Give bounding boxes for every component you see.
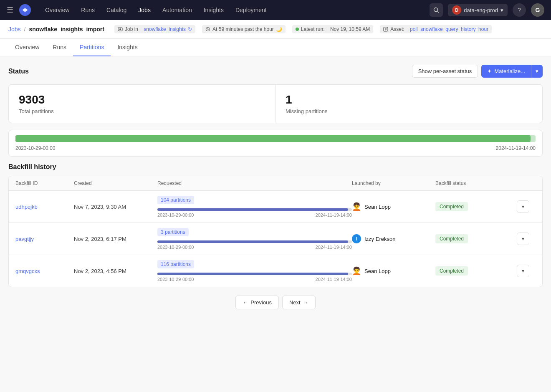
actions-cell-1: ▾ bbox=[511, 233, 536, 245]
missing-partitions-value: 1 bbox=[286, 93, 532, 106]
expand-button-0[interactable]: ▾ bbox=[517, 200, 529, 213]
workspace-avatar: D bbox=[452, 5, 461, 15]
main-content: Status Show per-asset status ✦ Materiali… bbox=[0, 56, 551, 318]
materialize-button[interactable]: ✦ Materialize... bbox=[481, 65, 531, 78]
materialize-caret-button[interactable]: ▾ bbox=[531, 65, 543, 78]
right-arrow-icon: → bbox=[303, 299, 308, 306]
workspace-selector[interactable]: D data-eng-prod ▾ bbox=[448, 4, 508, 16]
progress-section: 2023-10-29-00:00 2024-11-19-14:00 bbox=[8, 130, 543, 157]
user-name-0: Sean Lopp bbox=[364, 204, 391, 210]
actions-cell-0: ▾ bbox=[511, 200, 536, 213]
asset-link[interactable]: poll_snowflake_query_history_hour bbox=[410, 26, 488, 32]
menu-icon[interactable]: ☰ bbox=[7, 5, 13, 15]
top-nav: ☰ Overview Runs Catalog Jobs Automation … bbox=[0, 0, 551, 20]
mini-dates-1: 2023-10-29-00:00 2024-11-19-14:00 bbox=[157, 245, 352, 250]
latest-run-badge: Latest run: Nov 19, 10:59 AM bbox=[292, 25, 373, 33]
table-row: gmqvgcxs Nov 2, 2023, 4:56 PM 116 partit… bbox=[9, 255, 542, 287]
mini-end-1: 2024-11-19-14:00 bbox=[316, 245, 352, 250]
latest-run-value: Nov 19, 10:59 AM bbox=[330, 26, 370, 32]
schedule-badge: At 59 minutes past the hour 🌙 bbox=[202, 25, 286, 33]
status-cell-0: Completed bbox=[435, 202, 511, 211]
breadcrumb-bar: Jobs / snowflake_insights_import Job in … bbox=[0, 20, 551, 39]
user-cell-1: I Izzy Erekson bbox=[352, 234, 435, 243]
nav-insights[interactable]: Insights bbox=[199, 4, 229, 16]
expand-button-1[interactable]: ▾ bbox=[517, 233, 529, 245]
total-partitions-label: Total partitions bbox=[19, 108, 265, 114]
nav-jobs[interactable]: Jobs bbox=[133, 4, 156, 16]
breadcrumb-jobs-link[interactable]: Jobs bbox=[8, 26, 21, 33]
total-partitions-card: 9303 Total partitions bbox=[9, 85, 276, 123]
col-created: Created bbox=[74, 180, 157, 186]
schedule-label: At 59 minutes past the hour bbox=[212, 26, 274, 32]
nav-automation[interactable]: Automation bbox=[157, 4, 197, 16]
partition-badge-0: 104 partitions bbox=[157, 196, 194, 204]
status-cell-1: Completed bbox=[435, 234, 511, 243]
progress-bar-inner bbox=[15, 135, 531, 142]
search-button[interactable] bbox=[430, 3, 443, 17]
created-date-1: Nov 2, 2023, 6:17 PM bbox=[74, 236, 157, 242]
status-header: Status Show per-asset status ✦ Materiali… bbox=[8, 65, 543, 78]
status-badge-2: Completed bbox=[435, 266, 468, 276]
breadcrumb-meta: Job in snowflake_insights ↻ At 59 minute… bbox=[114, 25, 492, 33]
col-backfill-id: Backfill ID bbox=[15, 180, 74, 186]
user-name-1: Izzy Erekson bbox=[364, 236, 395, 242]
nav-overview[interactable]: Overview bbox=[40, 4, 74, 16]
plus-icon: ✦ bbox=[487, 68, 492, 74]
user-name-2: Sean Lopp bbox=[364, 268, 391, 274]
progress-dates: 2023-10-29-00:00 2024-11-19-14:00 bbox=[15, 145, 536, 151]
tab-insights[interactable]: Insights bbox=[111, 39, 144, 56]
missing-partitions-card: 1 Missing partitions bbox=[276, 85, 542, 123]
backfill-history-title: Backfill history bbox=[8, 163, 543, 171]
next-label: Next bbox=[289, 299, 301, 306]
tab-partitions[interactable]: Partitions bbox=[73, 39, 111, 56]
expand-button-2[interactable]: ▾ bbox=[517, 265, 529, 277]
nav-deployment[interactable]: Deployment bbox=[230, 4, 272, 16]
backfill-id-link-0[interactable]: udhpqjkb bbox=[15, 204, 74, 210]
requested-cell-0: 104 partitions 2023-10-29-00:00 2024-11-… bbox=[157, 196, 352, 217]
backfill-history-table: Backfill ID Created Requested Launched b… bbox=[8, 176, 543, 287]
job-in-label: Job in bbox=[125, 26, 138, 32]
user-cell-0: 🧑‍🦱 Sean Lopp bbox=[352, 202, 435, 211]
job-in-badge: Job in snowflake_insights ↻ bbox=[114, 25, 195, 33]
partition-badge-1: 3 partitions bbox=[157, 228, 189, 236]
refresh-icon[interactable]: ↻ bbox=[188, 26, 192, 32]
tab-runs[interactable]: Runs bbox=[46, 39, 73, 56]
table-row: pavgtjjy Nov 2, 2023, 6:17 PM 3 partitio… bbox=[9, 223, 542, 255]
previous-label: Previous bbox=[250, 299, 272, 306]
mini-progress-outer-2 bbox=[157, 273, 352, 275]
show-per-asset-button[interactable]: Show per-asset status bbox=[412, 65, 478, 78]
status-cell-2: Completed bbox=[435, 266, 511, 276]
user-avatar-blue-1: I bbox=[352, 234, 361, 243]
tab-overview[interactable]: Overview bbox=[8, 39, 46, 56]
breadcrumb-sep: / bbox=[24, 26, 26, 33]
mini-progress-inner-1 bbox=[157, 240, 348, 243]
pagination: ← Previous Next → bbox=[8, 296, 543, 309]
progress-start-date: 2023-10-29-00:00 bbox=[15, 145, 55, 151]
backfill-id-link-1[interactable]: pavgtjjy bbox=[15, 236, 74, 242]
job-icon bbox=[118, 27, 123, 32]
moon-icon: 🌙 bbox=[276, 26, 282, 32]
partition-badge-2: 116 partitions bbox=[157, 260, 194, 268]
mini-start-1: 2023-10-29-00:00 bbox=[157, 245, 194, 250]
mini-end-2: 2024-11-19-14:00 bbox=[316, 277, 352, 282]
status-actions: Show per-asset status ✦ Materialize... ▾ bbox=[412, 65, 543, 78]
next-button[interactable]: Next → bbox=[282, 296, 316, 309]
previous-button[interactable]: ← Previous bbox=[235, 296, 279, 309]
status-badge-1: Completed bbox=[435, 234, 468, 243]
mini-progress-outer-1 bbox=[157, 240, 352, 243]
chevron-down-icon: ▾ bbox=[500, 7, 503, 13]
user-emoji-0: 🧑‍🦱 bbox=[352, 202, 361, 211]
nav-runs[interactable]: Runs bbox=[76, 4, 100, 16]
tabs-bar: Overview Runs Partitions Insights bbox=[0, 39, 551, 56]
mini-progress-outer-0 bbox=[157, 208, 352, 211]
asset-badge: Asset: poll_snowflake_query_history_hour bbox=[380, 25, 492, 33]
workspace-name: data-eng-prod bbox=[464, 7, 498, 13]
nav-catalog[interactable]: Catalog bbox=[101, 4, 131, 16]
mini-progress-inner-0 bbox=[157, 208, 348, 211]
user-avatar[interactable]: G bbox=[531, 3, 544, 17]
missing-partitions-label: Missing partitions bbox=[286, 108, 532, 114]
help-button[interactable]: ? bbox=[513, 3, 526, 17]
requested-cell-2: 116 partitions 2023-10-29-00:00 2024-11-… bbox=[157, 260, 352, 282]
job-in-link[interactable]: snowflake_insights bbox=[144, 26, 186, 32]
backfill-id-link-2[interactable]: gmqvgcxs bbox=[15, 268, 74, 274]
